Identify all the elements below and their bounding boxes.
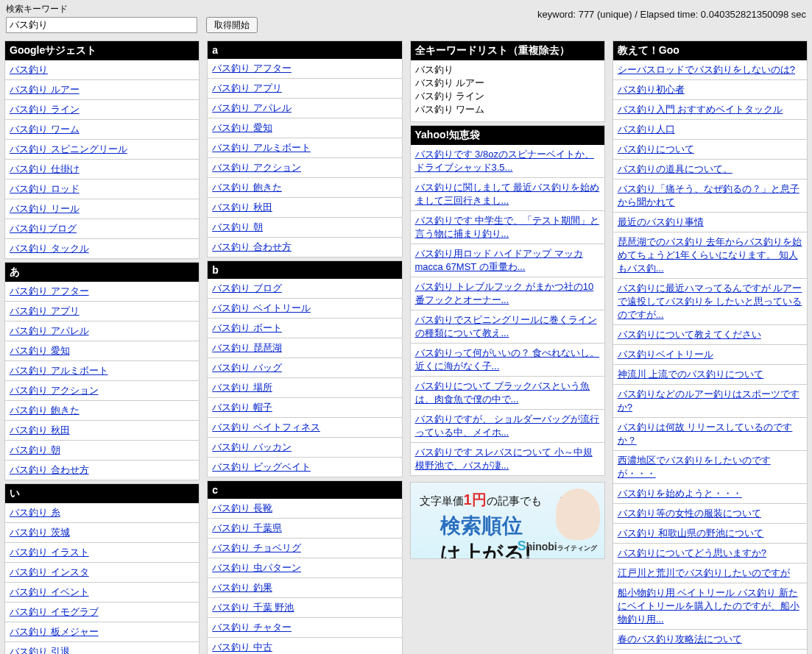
goo-link[interactable]: バス釣りについて教えてください — [618, 329, 761, 340]
keyword-link[interactable]: バス釣り アパレル — [10, 325, 89, 336]
keyword-link[interactable]: バス釣り 朝 — [212, 221, 263, 232]
keyword-link[interactable]: バス釣り ベイトリール — [212, 302, 311, 313]
keyword-link[interactable]: バス釣り 帽子 — [212, 402, 272, 413]
keyword-link[interactable]: バス釣り 合わせ方 — [212, 241, 292, 252]
goo-link[interactable]: バス釣り 和歌山県の野池について — [618, 527, 764, 539]
yahoo-link[interactable]: バス釣りです 中学生で、「テスト期間」と言う物に捕まり釣り... — [415, 215, 600, 239]
goo-link[interactable]: 琵琶湖でのバス釣り 去年からバス釣りを始めてちょうど1年くらいになります。 知人… — [618, 236, 802, 274]
yahoo-link[interactable]: バス釣りですが、 ショルダーバッグが流行っている中、メイホ... — [415, 413, 600, 438]
keyword-link[interactable]: バス釣り バッグ — [212, 362, 282, 373]
keyword-link[interactable]: バス釣り イモグラブ — [10, 606, 99, 617]
keyword-link[interactable]: バス釣り ライン — [10, 104, 80, 115]
goo-link[interactable]: 最近のバス釣り事情 — [618, 216, 704, 227]
keyword-link[interactable]: バス釣り アクション — [10, 385, 99, 396]
goo-link[interactable]: バス釣りは何故 リリースしているのですか？ — [618, 422, 793, 446]
list-item: バス釣り アパレル — [208, 99, 401, 118]
goo-link[interactable]: 船小物釣り用 ベイトリール バス釣り 新たにベイトリールを購入したのですが、船小… — [618, 587, 799, 625]
yahoo-link[interactable]: バス釣りについて ブラックバスという魚は、肉食魚で僕の中で... — [415, 380, 590, 405]
keyword-link[interactable]: バス釣りブログ — [10, 223, 77, 234]
yahoo-link[interactable]: バス釣りでスピニングリールに巻くラインの種類について教え... — [415, 314, 597, 338]
keyword-link[interactable]: バス釣り チャター — [212, 622, 292, 633]
list-item: バス釣りに関しまして 最近バス釣りを始めまして三回行きまし... — [411, 178, 604, 211]
yahoo-link[interactable]: バス釣りに関しまして 最近バス釣りを始めまして三回行きまし... — [415, 182, 600, 206]
goo-link[interactable]: バス釣りの道具について。 — [618, 163, 732, 174]
keyword-link[interactable]: バス釣り 飽きた — [212, 182, 282, 193]
keyword-link[interactable]: バス釣り 仕掛け — [10, 163, 80, 174]
goo-link[interactable]: 江戸川と荒川でバス釣りしたいのですが — [618, 567, 790, 578]
keyword-link[interactable]: バス釣り アルミボート — [212, 142, 311, 153]
keyword-link[interactable]: バス釣り アフター — [10, 285, 89, 296]
goo-link[interactable]: バス釣り人口 — [618, 124, 675, 135]
goo-link[interactable]: 西濃地区でバス釣りをしたいのですが・・・ — [618, 455, 771, 479]
yahoo-link[interactable]: バス釣り用ロッド ハイドアップ マッカ macca 67MST の重量わ... — [415, 248, 583, 272]
goo-link[interactable]: バス釣りに最近ハマってるんですが ルアーで遠投してバス釣りを したいと思っている… — [618, 282, 802, 320]
fetch-button[interactable]: 取得開始 — [206, 17, 258, 33]
keyword-link[interactable]: バス釣り ブログ — [212, 282, 282, 294]
keyword-link[interactable]: バス釣り ロッド — [10, 183, 80, 194]
status-text: keyword: 777 (unique) / Elapsed time: 0.… — [537, 3, 806, 20]
yahoo-link[interactable]: バス釣りです 3/8ozのスピナーベイトか、ドライブシャッド3.5... — [415, 149, 594, 173]
keyword-link[interactable]: バス釣り 虫パターン — [212, 562, 301, 573]
keyword-link[interactable]: バス釣り アプリ — [212, 82, 282, 93]
keyword-link[interactable]: バス釣り 朝 — [10, 444, 60, 455]
goo-link[interactable]: バス釣り初心者 — [618, 84, 685, 95]
keyword-link[interactable]: バス釣り チョベリグ — [212, 542, 301, 553]
goo-link[interactable]: バス釣りベイトリール — [618, 349, 713, 360]
goo-link[interactable]: バス釣り入門 おすすめベイトタックル — [618, 104, 783, 115]
keyword-link[interactable]: バス釣り 秋田 — [212, 202, 272, 213]
keyword-link[interactable]: バス釣り 秋田 — [10, 424, 70, 436]
ad-banner[interactable]: 文字単価1円の記事でも♪検索順位は上がる!Shinobiライティング — [410, 482, 605, 559]
list-item: バス釣り 板メジャー — [5, 622, 199, 642]
goo-link[interactable]: バス釣りについて — [618, 143, 694, 154]
keyword-link[interactable]: バス釣り 場所 — [212, 382, 272, 393]
goo-link[interactable]: バス釣りについてどう思いますか? — [618, 547, 766, 558]
keyword-link[interactable]: バス釣り — [10, 64, 48, 75]
keyword-link[interactable]: バス釣り 長靴 — [212, 502, 272, 513]
keyword-link[interactable]: バス釣り 合わせ方 — [10, 464, 89, 475]
keyword-link[interactable]: バス釣り 琵琶湖 — [212, 342, 282, 353]
goo-link[interactable]: シーバスロッドでバス釣りをしないのは? — [618, 64, 795, 75]
keyword-link[interactable]: バス釣り アクション — [212, 162, 301, 173]
keyword-link[interactable]: バス釣り スピニングリール — [10, 143, 127, 154]
keyword-link[interactable]: バス釣り 中古 — [212, 641, 272, 653]
yahoo-link[interactable]: バス釣り トレブルフック がまかつ社の10番フックとオーナー... — [415, 281, 594, 305]
keyword-link[interactable]: バス釣り 千葉県 — [212, 522, 282, 533]
search-input[interactable] — [6, 17, 197, 33]
goo-link[interactable]: バス釣り「痛そう、なぜ釣るの？」と息子から聞かれて — [618, 183, 799, 207]
keyword-link[interactable]: バス釣り タックル — [10, 243, 89, 254]
keyword-link[interactable]: バス釣り 愛知 — [212, 122, 272, 133]
keyword-link[interactable]: バス釣り リール — [10, 203, 80, 214]
goo-link[interactable]: バス釣りなどのルアー釣りはスポーツですか? — [618, 388, 799, 413]
keyword-link[interactable]: バス釣り 飽きた — [10, 405, 80, 416]
keyword-link[interactable]: バス釣り アプリ — [10, 305, 80, 316]
goo-link[interactable]: 春のバス釣り攻略法について — [618, 633, 742, 644]
keyword-link[interactable]: バス釣り 茨城 — [10, 527, 70, 538]
keyword-link[interactable]: バス釣り アフター — [212, 63, 292, 74]
keyword-link[interactable]: バス釣り アパレル — [212, 102, 292, 113]
yahoo-link[interactable]: バス釣りです スレバスについて 小～中規模野池で、バスが凄... — [415, 447, 593, 471]
keyword-link[interactable]: バス釣り 糸 — [10, 507, 60, 518]
all-keywords-textarea[interactable] — [411, 60, 604, 119]
keyword-link[interactable]: バス釣り アルミボート — [10, 365, 108, 376]
keyword-link[interactable]: バス釣り 板メジャー — [10, 626, 99, 637]
keyword-link[interactable]: バス釣り インスタ — [10, 566, 89, 577]
goo-link[interactable]: バス釣り等の女性の服装について — [618, 508, 761, 519]
list-item: バス釣り等の女性の服装について — [613, 504, 807, 524]
keyword-link[interactable]: バス釣り ビッグベイト — [212, 461, 311, 472]
list-item: バス釣り アフター — [5, 282, 199, 302]
keyword-link[interactable]: バス釣り ボート — [212, 322, 282, 333]
keyword-link[interactable]: バス釣り ベイトフィネス — [212, 422, 320, 433]
keyword-link[interactable]: バス釣り ワーム — [10, 124, 80, 135]
keyword-link[interactable]: バス釣り ルアー — [10, 84, 80, 95]
keyword-link[interactable]: バス釣り バッカン — [212, 441, 292, 452]
keyword-link[interactable]: バス釣り 釣果 — [212, 582, 272, 593]
keyword-link[interactable]: バス釣り 千葉 野池 — [212, 602, 294, 613]
goo-link[interactable]: バス釣りを始めようと・・・ — [618, 488, 742, 499]
keyword-link[interactable]: バス釣り イベント — [10, 586, 89, 597]
keyword-link[interactable]: バス釣り 引退 — [10, 646, 70, 654]
keyword-link[interactable]: バス釣り イラスト — [10, 547, 89, 558]
yahoo-link[interactable]: バス釣りって何がいいの？ 食べれないし。 近くに海がなく子... — [415, 347, 600, 372]
goo-link[interactable]: 神流川 上流でのバス釣りについて — [618, 369, 764, 380]
keyword-link[interactable]: バス釣り 愛知 — [10, 345, 70, 356]
list-item: バス釣り 中古 — [208, 638, 401, 654]
